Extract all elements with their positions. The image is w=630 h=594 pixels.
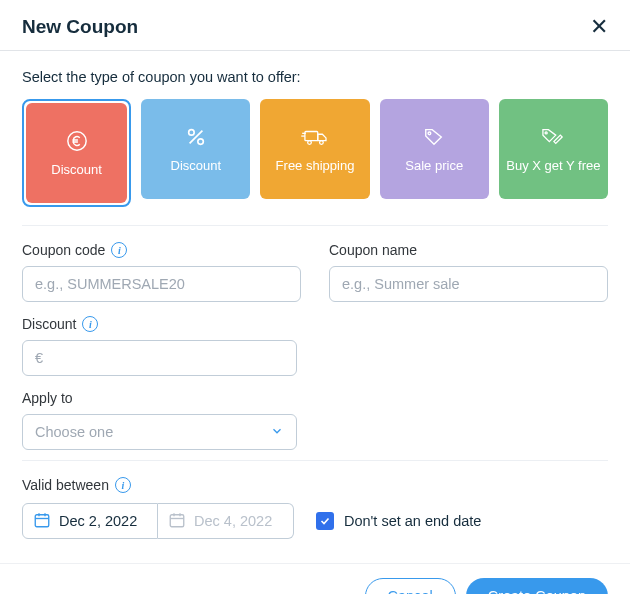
apply-to-placeholder: Choose one	[35, 424, 113, 440]
new-coupon-modal: New Coupon ✕ Select the type of coupon y…	[0, 0, 630, 594]
euro-icon	[66, 128, 88, 154]
tile-sale-price[interactable]: Sale price	[380, 99, 489, 199]
truck-icon	[300, 124, 330, 150]
divider	[22, 460, 608, 461]
field-coupon-name: Coupon name	[329, 242, 608, 302]
svg-point-1	[188, 130, 194, 136]
tile-label: Discount	[171, 158, 222, 174]
discount-input[interactable]	[22, 340, 297, 376]
tile-euro-discount[interactable]: Discount	[26, 103, 127, 203]
apply-to-select[interactable]: Choose one	[22, 414, 297, 450]
svg-point-2	[198, 139, 204, 145]
no-end-date-label: Don't set an end date	[344, 513, 481, 529]
field-apply-to: Apply to Choose one	[22, 390, 608, 450]
end-date-input[interactable]: Dec 4, 2022	[158, 503, 294, 539]
percent-icon	[185, 124, 207, 150]
chevron-down-icon	[270, 424, 284, 441]
end-date-value: Dec 4, 2022	[194, 513, 272, 529]
coupon-name-label: Coupon name	[329, 242, 608, 258]
start-date-input[interactable]: Dec 2, 2022	[22, 503, 158, 539]
info-icon[interactable]: i	[82, 316, 98, 332]
coupon-type-tiles: Discount Discount Free shipping Sal	[22, 99, 608, 207]
coupon-code-label: Coupon code i	[22, 242, 301, 258]
svg-point-9	[428, 132, 431, 135]
info-icon[interactable]: i	[115, 477, 131, 493]
coupon-name-input[interactable]	[329, 266, 608, 302]
create-coupon-button[interactable]: Create Coupon	[466, 578, 608, 594]
close-icon[interactable]: ✕	[590, 16, 608, 38]
cancel-button[interactable]: Cancel	[365, 578, 456, 594]
info-icon[interactable]: i	[111, 242, 127, 258]
svg-point-6	[320, 141, 324, 145]
tile-percent-discount[interactable]: Discount	[141, 99, 250, 199]
no-end-date-checkbox[interactable]	[316, 512, 334, 530]
svg-point-5	[308, 141, 312, 145]
svg-rect-15	[170, 514, 184, 526]
tile-buy-x-get-y[interactable]: Buy X get Y free	[499, 99, 608, 199]
field-coupon-code: Coupon code i	[22, 242, 301, 302]
tile-label: Discount	[51, 162, 102, 178]
apply-to-label: Apply to	[22, 390, 608, 406]
calendar-icon	[168, 511, 186, 532]
date-range: Dec 2, 2022 Dec 4, 2022	[22, 503, 294, 539]
coupon-type-prompt: Select the type of coupon you want to of…	[22, 69, 608, 85]
svg-point-0	[67, 132, 85, 150]
svg-rect-11	[35, 514, 49, 526]
valid-between-label: Valid between i	[22, 477, 608, 493]
tile-label: Sale price	[405, 158, 463, 174]
modal-title: New Coupon	[22, 16, 138, 38]
calendar-icon	[33, 511, 51, 532]
svg-rect-4	[305, 131, 318, 140]
discount-label: Discount i	[22, 316, 608, 332]
tile-label: Free shipping	[276, 158, 355, 174]
tags-icon	[540, 124, 566, 150]
modal-footer: Cancel Create Coupon	[0, 563, 630, 594]
svg-line-3	[189, 130, 202, 143]
svg-point-10	[545, 132, 547, 134]
modal-header: New Coupon ✕	[0, 0, 630, 50]
coupon-code-input[interactable]	[22, 266, 301, 302]
tile-label: Buy X get Y free	[506, 158, 600, 174]
tile-free-shipping[interactable]: Free shipping	[260, 99, 369, 199]
tag-icon	[422, 124, 446, 150]
divider	[22, 225, 608, 226]
no-end-date-option: Don't set an end date	[316, 512, 481, 530]
start-date-value: Dec 2, 2022	[59, 513, 137, 529]
field-discount: Discount i	[22, 316, 608, 376]
tile-selected-ring: Discount	[22, 99, 131, 207]
